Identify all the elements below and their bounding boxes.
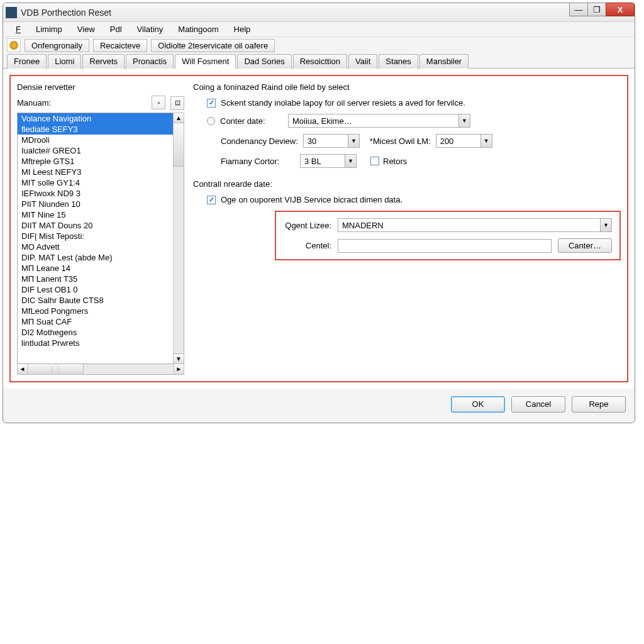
- tab-resoicttion[interactable]: Resoicttion: [293, 54, 347, 69]
- centel-label: Centel:: [284, 241, 331, 250]
- list-item[interactable]: flediatle SEFY3: [18, 124, 173, 135]
- qgent-combo[interactable]: MNADERN ▼: [338, 218, 612, 232]
- chk-retots-label: Retors: [383, 157, 407, 166]
- tab-stanes[interactable]: Stanes: [379, 54, 418, 69]
- hscroll-thumb[interactable]: ⋮⋮: [27, 364, 84, 375]
- list-h-scrollbar[interactable]: ◄ ⋮⋮ ►: [17, 364, 184, 375]
- list-item[interactable]: MП Suat CAF: [18, 316, 173, 327]
- tab-pronactis[interactable]: Pronactis: [126, 54, 174, 69]
- menu-matingoom[interactable]: Matingoom: [170, 23, 226, 35]
- left-group-title: Densie rervetter: [17, 82, 184, 92]
- list-item[interactable]: MO Advett: [18, 242, 173, 252]
- qgent-label: Qgent Lizee:: [284, 221, 331, 230]
- menubar: F Limimp View Pdl Vilatiny Matingoom Hel…: [3, 22, 635, 37]
- toolbar-recaicteve[interactable]: Recaicteve: [93, 39, 147, 52]
- highlighted-panel: Densie rervetter Manuam: ▫ ⊡ Volance Nav…: [9, 75, 628, 382]
- toolbar-icon[interactable]: [7, 38, 21, 52]
- titlebar: VDB Porthection Reset — ❐ X: [3, 3, 635, 22]
- tab-dad-sories[interactable]: Dad Sories: [237, 54, 291, 69]
- conter-date-combo[interactable]: Moiiua, Ekime… ▼: [288, 114, 470, 128]
- chevron-down-icon[interactable]: ▼: [600, 219, 611, 231]
- menu-file[interactable]: F: [8, 23, 28, 35]
- condenancy-label: Condenancy Deview:: [221, 136, 298, 146]
- fiamany-label: Fiamany Cortor:: [221, 157, 295, 166]
- list-item[interactable]: Iualcte# GREO1: [18, 145, 173, 156]
- conter-date-label: Conter date:: [220, 116, 283, 126]
- chk-oge-ouporent-label: Oge on ouporent VIJB Service bicract dim…: [221, 195, 402, 204]
- menu-pdl[interactable]: Pdl: [103, 23, 130, 35]
- maximize-button[interactable]: ❐: [587, 3, 606, 16]
- close-button[interactable]: X: [606, 3, 635, 16]
- list-v-scrollbar[interactable]: ▲ ▼: [173, 113, 184, 364]
- scroll-left-icon[interactable]: ◄: [17, 364, 28, 375]
- list-item[interactable]: Mftreple GTS1: [18, 156, 173, 167]
- canter-button[interactable]: Canter…: [558, 238, 612, 253]
- chevron-down-icon[interactable]: ▼: [345, 155, 356, 167]
- tab-vaiit[interactable]: Vaiit: [348, 54, 377, 69]
- list-item[interactable]: MfLeod Pongmers: [18, 306, 173, 316]
- tab-liomi[interactable]: Liomi: [48, 54, 81, 69]
- scroll-up-icon[interactable]: ▲: [173, 113, 184, 123]
- tab-fronee[interactable]: Fronee: [7, 54, 47, 69]
- list-item[interactable]: DIF| Mist Teposti:: [18, 231, 173, 242]
- tab-will-fosment[interactable]: Will Fosment: [175, 54, 236, 69]
- section1-title: Coing a foninazed Raind oile field by se…: [193, 82, 621, 92]
- list-item[interactable]: MП Leane 14: [18, 263, 173, 274]
- tab-rervets[interactable]: Rervets: [82, 54, 125, 69]
- toolbar: Onfengronaily Recaicteve Oldiolte 2teser…: [3, 37, 635, 53]
- fiamany-combo[interactable]: 3 BL ▼: [300, 154, 357, 168]
- list-item[interactable]: DIP. MAT Lest (abde Me): [18, 252, 173, 263]
- manuam-btn-2[interactable]: ⊡: [170, 96, 184, 110]
- menu-help[interactable]: Help: [226, 23, 258, 35]
- chevron-down-icon[interactable]: ▼: [458, 114, 470, 127]
- conter-date-value: Moiiua, Ekime…: [289, 116, 458, 126]
- repe-button[interactable]: Repe: [572, 396, 626, 413]
- left-pane: Densie rervetter Manuam: ▫ ⊡ Volance Nav…: [17, 82, 184, 375]
- chk-retots[interactable]: [370, 157, 379, 165]
- manuam-btn-1[interactable]: ▫: [152, 96, 165, 109]
- list-item[interactable]: MIT solle GY1:4: [18, 177, 173, 188]
- condenancy-value: 30: [304, 136, 348, 146]
- content-area: Densie rervetter Manuam: ▫ ⊡ Volance Nav…: [3, 69, 635, 389]
- chevron-down-icon[interactable]: ▼: [480, 135, 492, 147]
- list-item[interactable]: MDrooli: [18, 135, 173, 145]
- ok-button[interactable]: OK: [451, 396, 505, 413]
- chk-oge-ouporent[interactable]: [207, 196, 216, 204]
- list-item[interactable]: PIIT Niunden 10: [18, 199, 173, 209]
- list-item[interactable]: MП Lanent T35: [18, 274, 173, 284]
- chevron-down-icon[interactable]: ▼: [348, 135, 359, 147]
- scroll-right-icon[interactable]: ►: [174, 364, 184, 375]
- toolbar-oldiolte[interactable]: Oldiolte 2teservicate oil oafere: [151, 39, 275, 52]
- list-item[interactable]: DIF Lest OB1 0: [18, 284, 173, 295]
- list-item[interactable]: DIIT MAT Douns 20: [18, 220, 173, 231]
- toolbar-onfengronaily[interactable]: Onfengronaily: [25, 39, 89, 52]
- menu-vilatiny[interactable]: Vilatiny: [130, 23, 171, 35]
- list-item[interactable]: DIC Salhr Baute CTS8: [18, 295, 173, 306]
- scroll-thumb[interactable]: [173, 123, 184, 167]
- cancel-button[interactable]: Cancel: [511, 396, 565, 413]
- list-item[interactable]: IEFtwoxk ND9 3: [18, 188, 173, 199]
- chk-sckent-standy[interactable]: [207, 99, 216, 108]
- condenancy-combo[interactable]: 30 ▼: [303, 134, 360, 148]
- radio-conter-date[interactable]: [207, 117, 215, 125]
- list-item[interactable]: DI2 Mothegens: [18, 327, 173, 338]
- manuam-label: Manuam:: [17, 98, 51, 108]
- list-item[interactable]: MIT Nine 15: [18, 209, 173, 220]
- micest-label: *Micest Owil ŁM:: [370, 136, 431, 146]
- scroll-down-icon[interactable]: ▼: [173, 353, 184, 364]
- dialog-buttons: OK Cancel Repe: [3, 389, 635, 423]
- list-item[interactable]: lintludat Prwrets: [18, 338, 173, 348]
- vehicle-listbox[interactable]: Volance Navigationflediatle SEFY3MDrooli…: [17, 113, 184, 364]
- menu-limimp[interactable]: Limimp: [28, 23, 70, 35]
- centel-input[interactable]: [338, 239, 552, 253]
- list-item[interactable]: MI Leest NEFY3: [18, 167, 173, 177]
- list-item[interactable]: Volance Navigation: [18, 113, 173, 124]
- tab-mansbiler[interactable]: Mansbiler: [419, 54, 469, 69]
- micest-value: 200: [436, 136, 480, 146]
- fiamany-value: 3 BL: [301, 157, 345, 166]
- chk-sckent-standy-label: Sckent standy inolabe lapoy for oil serv…: [221, 98, 465, 108]
- menu-view[interactable]: View: [70, 23, 103, 35]
- minimize-button[interactable]: —: [569, 3, 588, 16]
- section2-title: Contrall nrearde date:: [193, 179, 621, 189]
- micest-combo[interactable]: 200 ▼: [436, 134, 492, 148]
